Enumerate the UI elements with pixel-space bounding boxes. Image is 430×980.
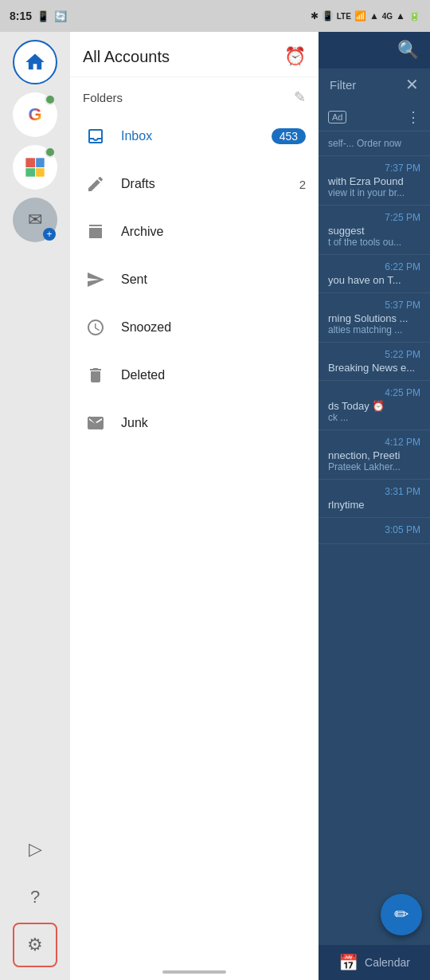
play-button[interactable]: ▷ (13, 827, 57, 872)
office-icon (24, 156, 46, 178)
email-subject-3: rning Solutions ... (328, 312, 420, 324)
deleted-label: Deleted (121, 368, 306, 382)
settings-button[interactable]: ⚙ (13, 923, 57, 967)
junk-label: Junk (121, 416, 306, 430)
email-time-4: 5:22 PM (328, 349, 420, 360)
email-item-ad[interactable]: self-... Order now (319, 131, 430, 156)
email-item-3[interactable]: 5:37 PM rning Solutions ... alties match… (319, 293, 430, 343)
email-preview-6: Prateek Lakher... (328, 461, 420, 472)
email-time-2: 6:22 PM (328, 261, 420, 272)
inbox-count: 453 (272, 128, 306, 144)
account-add[interactable]: ✉ + (13, 198, 57, 242)
help-button[interactable]: ? (13, 875, 57, 919)
folder-item-drafts[interactable]: Drafts 2 (70, 160, 319, 208)
account-office[interactable] (13, 145, 57, 190)
ad-badge: Ad (328, 111, 346, 123)
snoozed-icon (83, 315, 108, 340)
signal-icon: ▲ (369, 10, 379, 22)
calendar-icon: 📅 (338, 953, 358, 972)
drafts-count: 2 (299, 178, 306, 191)
office-badge (45, 147, 56, 158)
email-panel: 🔍 Filter ✕ Ad ⋮ self-... Order now 7:37 … (319, 32, 430, 980)
email-subject-2: you have on T... (328, 274, 420, 286)
sent-icon (83, 267, 108, 292)
deleted-icon (83, 363, 108, 388)
phone-icon: 📱 (37, 10, 49, 22)
email-item-7[interactable]: 3:31 PM rlnytime (319, 480, 430, 518)
compose-icon: ✏ (394, 904, 408, 925)
add-account-badge: + (43, 228, 56, 241)
email-item-4[interactable]: 5:22 PM Breaking News e... (319, 343, 430, 381)
account-sidebar: G ✉ + ▷ ? ⚙ (0, 32, 70, 980)
email-subject-6: nnection, Preeti (328, 449, 420, 461)
folder-item-snoozed[interactable]: Snoozed (70, 304, 319, 351)
email-time-5: 4:25 PM (328, 387, 420, 398)
ad-preview-text: self-... Order now (328, 138, 420, 149)
account-google[interactable]: G (13, 92, 57, 137)
folder-panel-title: All Accounts (83, 48, 170, 66)
email-subject-7: rlnytime (328, 499, 420, 511)
email-preview-3: alties matching ... (328, 324, 420, 335)
snoozed-label: Snoozed (121, 320, 306, 335)
email-time-1: 7:25 PM (328, 212, 420, 223)
inbox-icon (83, 123, 108, 149)
folders-label: Folders (83, 91, 123, 104)
inbox-label: Inbox (121, 129, 272, 143)
archive-icon (83, 219, 108, 245)
compose-fab[interactable]: ✏ (381, 894, 422, 935)
lte-icon: LTE (337, 12, 351, 21)
email-time-6: 4:12 PM (328, 437, 420, 448)
folder-item-archive[interactable]: Archive (70, 208, 319, 256)
email-item-8[interactable]: 3:05 PM (319, 518, 430, 544)
drafts-icon (83, 171, 108, 197)
email-item-6[interactable]: 4:12 PM nnection, Preeti Prateek Lakher.… (319, 430, 430, 480)
folder-item-deleted[interactable]: Deleted (70, 351, 319, 399)
folder-item-sent[interactable]: Sent (70, 256, 319, 304)
app-container: G ✉ + ▷ ? ⚙ (0, 32, 430, 980)
folder-header: All Accounts ⏰ (70, 32, 319, 77)
scroll-indicator (162, 970, 226, 974)
edit-icon[interactable]: ✎ (294, 88, 306, 106)
email-preview-1: t of the tools ou... (328, 237, 420, 248)
email-item-5[interactable]: 4:25 PM ds Today ⏰ ck ... (319, 381, 430, 430)
search-button[interactable]: 🔍 (397, 40, 419, 61)
google-badge (45, 94, 56, 105)
email-time-0: 7:37 PM (328, 163, 420, 174)
folder-item-inbox[interactable]: Inbox 453 (70, 112, 319, 160)
email-preview-5: ck ... (328, 412, 420, 423)
4g-icon: 4G (382, 12, 393, 21)
drafts-label: Drafts (121, 177, 299, 191)
svg-rect-2 (25, 168, 35, 177)
close-button[interactable]: ✕ (405, 75, 419, 94)
mail-icon: ✉ (28, 210, 42, 230)
email-subject-4: Breaking News e... (328, 362, 420, 374)
bluetooth-icon: ✱ (311, 10, 319, 22)
ad-row[interactable]: Ad ⋮ (319, 104, 430, 131)
email-list: Ad ⋮ self-... Order now 7:37 PM with Ezr… (319, 100, 430, 945)
email-subject-1: suggest (328, 225, 420, 237)
calendar-bar[interactable]: 📅 Calendar (319, 945, 430, 980)
vibrate-icon: 📳 (322, 10, 334, 22)
google-icon: G (28, 104, 41, 125)
sync-icon: 🔄 (54, 10, 67, 22)
email-item-1[interactable]: 7:25 PM suggest t of the tools ou... (319, 206, 430, 255)
status-bar: 8:15 📱 🔄 ✱ 📳 LTE 📶 ▲ 4G ▲ 🔋 (0, 0, 430, 32)
settings-icon: ⚙ (27, 935, 43, 955)
filter-bar: Filter ✕ (319, 69, 430, 100)
wifi-icon: 📶 (354, 10, 366, 22)
folder-item-junk[interactable]: Junk (70, 399, 319, 447)
email-item-2[interactable]: 6:22 PM you have on T... (319, 255, 430, 293)
sidebar-bottom: ▷ ? ⚙ (0, 827, 70, 980)
svg-rect-0 (25, 158, 35, 167)
account-home[interactable] (13, 40, 57, 84)
more-dots-icon[interactable]: ⋮ (406, 108, 420, 126)
alarm-icon[interactable]: ⏰ (284, 46, 306, 67)
filter-button[interactable]: Filter (330, 78, 356, 92)
email-panel-header: 🔍 (319, 32, 430, 69)
calendar-label: Calendar (365, 956, 410, 969)
email-preview-0: view it in your br... (328, 187, 420, 198)
email-item-0[interactable]: 7:37 PM with Ezra Pound view it in your … (319, 156, 430, 206)
svg-rect-1 (36, 158, 44, 167)
signal2-icon: ▲ (396, 10, 405, 22)
email-time-8: 3:05 PM (328, 524, 420, 535)
